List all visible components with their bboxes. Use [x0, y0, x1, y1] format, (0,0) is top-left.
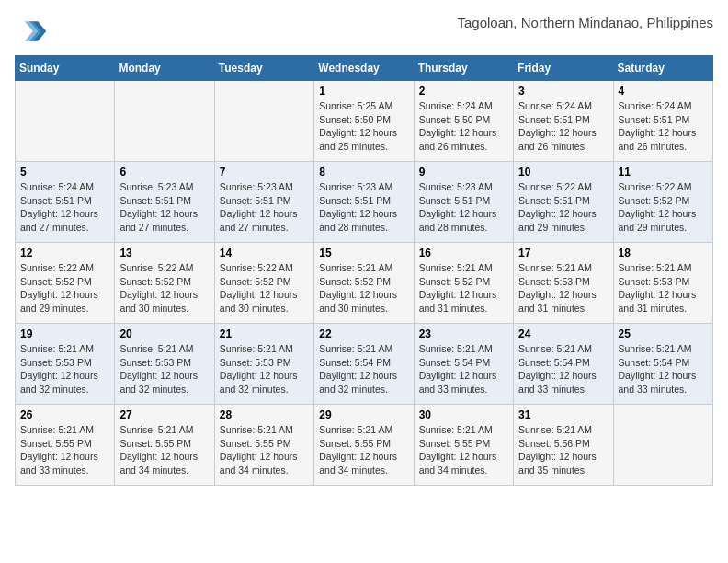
calendar-cell: 12Sunrise: 5:22 AMSunset: 5:52 PMDayligh…	[16, 243, 115, 324]
day-number: 22	[319, 327, 408, 340]
calendar-cell: 24Sunrise: 5:21 AMSunset: 5:54 PMDayligh…	[514, 324, 613, 405]
day-number: 30	[419, 408, 508, 421]
day-number: 16	[419, 247, 508, 259]
calendar-cell: 1Sunrise: 5:25 AMSunset: 5:50 PMDaylight…	[314, 81, 414, 162]
col-wednesday: Wednesday	[314, 56, 414, 81]
header-row: Sunday Monday Tuesday Wednesday Thursday…	[16, 56, 713, 81]
calendar-cell	[115, 81, 214, 162]
day-info: Sunrise: 5:21 AMSunset: 5:53 PMDaylight:…	[518, 261, 608, 316]
col-saturday: Saturday	[613, 56, 712, 81]
calendar-cell: 21Sunrise: 5:21 AMSunset: 5:53 PMDayligh…	[214, 324, 313, 405]
calendar-cell: 7Sunrise: 5:23 AMSunset: 5:51 PMDaylight…	[214, 162, 313, 243]
day-info: Sunrise: 5:21 AMSunset: 5:52 PMDaylight:…	[319, 261, 408, 316]
day-number: 20	[119, 327, 209, 340]
calendar-cell: 9Sunrise: 5:23 AMSunset: 5:51 PMDaylight…	[414, 162, 513, 243]
calendar-cell: 20Sunrise: 5:21 AMSunset: 5:53 PMDayligh…	[115, 324, 214, 405]
day-info: Sunrise: 5:21 AMSunset: 5:55 PMDaylight:…	[220, 423, 309, 477]
calendar-cell: 28Sunrise: 5:21 AMSunset: 5:55 PMDayligh…	[214, 405, 313, 486]
calendar-cell: 13Sunrise: 5:22 AMSunset: 5:52 PMDayligh…	[115, 243, 214, 324]
col-thursday: Thursday	[414, 56, 513, 81]
day-info: Sunrise: 5:23 AMSunset: 5:51 PMDaylight:…	[220, 180, 309, 235]
calendar-cell: 18Sunrise: 5:21 AMSunset: 5:53 PMDayligh…	[613, 243, 712, 324]
calendar-cell: 25Sunrise: 5:21 AMSunset: 5:54 PMDayligh…	[613, 324, 712, 405]
calendar-cell: 16Sunrise: 5:21 AMSunset: 5:52 PMDayligh…	[414, 243, 513, 324]
logo-icon	[15, 15, 48, 48]
calendar-cell: 26Sunrise: 5:21 AMSunset: 5:55 PMDayligh…	[16, 405, 115, 486]
col-friday: Friday	[514, 56, 613, 81]
day-info: Sunrise: 5:23 AMSunset: 5:51 PMDaylight:…	[419, 180, 508, 235]
day-number: 8	[319, 166, 408, 178]
col-sunday: Sunday	[16, 56, 115, 81]
day-info: Sunrise: 5:21 AMSunset: 5:54 PMDaylight:…	[419, 342, 508, 396]
day-number: 11	[619, 166, 708, 178]
location: Tagoloan, Northern Mindanao, Philippines	[457, 15, 713, 30]
calendar-cell: 3Sunrise: 5:24 AMSunset: 5:51 PMDaylight…	[514, 81, 613, 162]
page-header: Tagoloan, Northern Mindanao, Philippines	[15, 15, 713, 48]
calendar-table: Sunday Monday Tuesday Wednesday Thursday…	[15, 55, 713, 486]
calendar-cell: 5Sunrise: 5:24 AMSunset: 5:51 PMDaylight…	[16, 162, 115, 243]
day-number: 9	[419, 166, 508, 178]
day-number: 12	[20, 247, 109, 259]
week-row-2: 5Sunrise: 5:24 AMSunset: 5:51 PMDaylight…	[16, 162, 713, 243]
col-tuesday: Tuesday	[214, 56, 313, 81]
calendar-cell: 27Sunrise: 5:21 AMSunset: 5:55 PMDayligh…	[115, 405, 214, 486]
day-number: 1	[319, 85, 408, 98]
calendar-cell	[214, 81, 313, 162]
calendar-cell: 10Sunrise: 5:22 AMSunset: 5:51 PMDayligh…	[514, 162, 613, 243]
day-number: 14	[220, 247, 309, 259]
day-number: 29	[319, 408, 408, 421]
calendar-cell: 22Sunrise: 5:21 AMSunset: 5:54 PMDayligh…	[314, 324, 414, 405]
day-info: Sunrise: 5:22 AMSunset: 5:52 PMDaylight:…	[20, 261, 109, 316]
week-row-5: 26Sunrise: 5:21 AMSunset: 5:55 PMDayligh…	[16, 405, 713, 486]
calendar-body: 1Sunrise: 5:25 AMSunset: 5:50 PMDaylight…	[16, 81, 713, 486]
day-info: Sunrise: 5:24 AMSunset: 5:51 PMDaylight:…	[20, 180, 109, 235]
day-info: Sunrise: 5:21 AMSunset: 5:55 PMDaylight:…	[20, 423, 109, 477]
day-number: 7	[220, 166, 309, 178]
day-info: Sunrise: 5:24 AMSunset: 5:51 PMDaylight:…	[619, 99, 708, 154]
calendar-cell: 15Sunrise: 5:21 AMSunset: 5:52 PMDayligh…	[314, 243, 414, 324]
calendar-cell: 14Sunrise: 5:22 AMSunset: 5:52 PMDayligh…	[214, 243, 313, 324]
calendar-cell: 2Sunrise: 5:24 AMSunset: 5:50 PMDaylight…	[414, 81, 513, 162]
day-number: 19	[20, 327, 109, 340]
day-info: Sunrise: 5:24 AMSunset: 5:50 PMDaylight:…	[419, 99, 508, 154]
day-info: Sunrise: 5:22 AMSunset: 5:52 PMDaylight:…	[119, 261, 209, 316]
logo	[15, 15, 51, 48]
col-monday: Monday	[115, 56, 214, 81]
day-info: Sunrise: 5:21 AMSunset: 5:53 PMDaylight:…	[119, 342, 209, 396]
day-info: Sunrise: 5:22 AMSunset: 5:52 PMDaylight:…	[220, 261, 309, 316]
calendar-cell: 6Sunrise: 5:23 AMSunset: 5:51 PMDaylight…	[115, 162, 214, 243]
day-info: Sunrise: 5:21 AMSunset: 5:54 PMDaylight:…	[619, 342, 708, 396]
day-number: 18	[619, 247, 708, 259]
calendar-cell: 11Sunrise: 5:22 AMSunset: 5:52 PMDayligh…	[613, 162, 712, 243]
day-number: 2	[419, 85, 508, 98]
day-info: Sunrise: 5:22 AMSunset: 5:51 PMDaylight:…	[518, 180, 608, 235]
day-number: 3	[518, 85, 608, 98]
day-info: Sunrise: 5:21 AMSunset: 5:55 PMDaylight:…	[119, 423, 209, 477]
day-number: 5	[20, 166, 109, 178]
calendar-cell: 8Sunrise: 5:23 AMSunset: 5:51 PMDaylight…	[314, 162, 414, 243]
day-info: Sunrise: 5:23 AMSunset: 5:51 PMDaylight:…	[119, 180, 209, 235]
day-info: Sunrise: 5:21 AMSunset: 5:53 PMDaylight:…	[619, 261, 708, 316]
day-number: 27	[119, 408, 209, 421]
day-number: 13	[119, 247, 209, 259]
week-row-1: 1Sunrise: 5:25 AMSunset: 5:50 PMDaylight…	[16, 81, 713, 162]
day-info: Sunrise: 5:23 AMSunset: 5:51 PMDaylight:…	[319, 180, 408, 235]
calendar-cell: 29Sunrise: 5:21 AMSunset: 5:55 PMDayligh…	[314, 405, 414, 486]
day-number: 17	[518, 247, 608, 259]
day-info: Sunrise: 5:21 AMSunset: 5:52 PMDaylight:…	[419, 261, 508, 316]
calendar-cell: 30Sunrise: 5:21 AMSunset: 5:55 PMDayligh…	[414, 405, 513, 486]
day-info: Sunrise: 5:22 AMSunset: 5:52 PMDaylight:…	[619, 180, 708, 235]
title-block: Tagoloan, Northern Mindanao, Philippines	[457, 15, 713, 30]
day-info: Sunrise: 5:21 AMSunset: 5:55 PMDaylight:…	[319, 423, 408, 477]
calendar-cell: 23Sunrise: 5:21 AMSunset: 5:54 PMDayligh…	[414, 324, 513, 405]
day-number: 25	[619, 327, 708, 340]
day-number: 15	[319, 247, 408, 259]
day-info: Sunrise: 5:21 AMSunset: 5:56 PMDaylight:…	[518, 423, 608, 477]
day-info: Sunrise: 5:24 AMSunset: 5:51 PMDaylight:…	[518, 99, 608, 154]
day-info: Sunrise: 5:21 AMSunset: 5:54 PMDaylight:…	[518, 342, 608, 396]
day-number: 6	[119, 166, 209, 178]
day-info: Sunrise: 5:21 AMSunset: 5:55 PMDaylight:…	[419, 423, 508, 477]
day-number: 21	[220, 327, 309, 340]
day-number: 26	[20, 408, 109, 421]
calendar-header: Sunday Monday Tuesday Wednesday Thursday…	[16, 56, 713, 81]
